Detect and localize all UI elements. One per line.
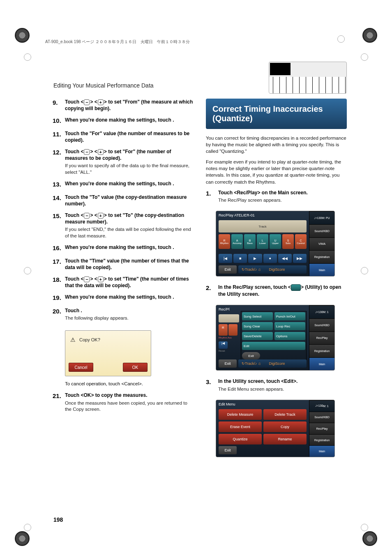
step-10: 10.When you're done making the settings,…	[53, 117, 194, 125]
utility-screenshot: Rec/Pl R Rhythm Acc |◀ Reset Song Select…	[216, 305, 335, 371]
dialog-caption: To cancel operation, touch <Cancel>.	[65, 381, 194, 386]
track-solo[interactable]: SSolo	[282, 234, 294, 249]
left-column: 9.Touch <−> <+> to set "From" (the measu…	[53, 99, 194, 530]
menu-song-select[interactable]: Song Select	[242, 312, 273, 320]
btn-delete-measure[interactable]: Delete Measure	[219, 409, 262, 420]
page-header-note: AT-900_e.book 198 ページ ２００８年９月１６日 火曜日 午前１…	[45, 39, 190, 45]
track-lower[interactable]: LLower	[257, 234, 268, 249]
step-15: 15.Touch <−> <+> to set "To" (the copy-d…	[53, 212, 194, 239]
tab-main[interactable]: Main	[309, 445, 334, 457]
tab-sound[interactable]: Sound/KBD	[309, 318, 334, 332]
util-exit-button[interactable]: Exit	[242, 352, 260, 359]
step-r3: 3. In the Utility screen, touch <Edit>. …	[206, 378, 347, 392]
exit-button[interactable]: Exit	[219, 446, 237, 454]
menu-options[interactable]: Options	[274, 332, 305, 340]
step-r1: 1. Touch <Rec/Play> on the Main screen. …	[206, 189, 347, 204]
step-18: 18.Touch <−> <+> to set "Time" (the numb…	[53, 276, 194, 289]
editmenu-screenshot: Edit Menu Delete Measure Delete Track Er…	[216, 400, 335, 457]
menu-punch[interactable]: Punch In/Out	[274, 312, 305, 320]
cancel-button[interactable]: Cancel	[69, 363, 93, 372]
step-19: 19.When you're done making the settings,…	[53, 294, 194, 302]
tab-registration[interactable]: Registration	[309, 434, 334, 446]
step-9: 9.Touch <−> <+> to set "From" (the measu…	[53, 99, 194, 112]
step-17: 17.Touch the "Time" value (the number of…	[53, 258, 194, 271]
menu-save-delete[interactable]: Save/Delete	[242, 332, 273, 340]
btn-rename[interactable]: Rename	[263, 434, 307, 444]
btn-copy[interactable]: Copy	[263, 421, 307, 432]
step-13: 13.When you're done making the settings,…	[53, 180, 194, 189]
step-21: 21. Touch <OK> to copy the measures. Onc…	[53, 392, 194, 412]
section-heading: Correct Timing Inaccuracies (Quantize)	[206, 99, 347, 129]
tab-sound[interactable]: Sound/KBD	[309, 412, 334, 423]
tab-registration[interactable]: Registration	[309, 344, 334, 357]
keyboard-illustration	[269, 62, 347, 94]
track-rhythm[interactable]: RRhythm	[219, 234, 230, 249]
tab-registration[interactable]: Registration	[309, 250, 334, 263]
tab-main[interactable]: Main	[309, 357, 334, 371]
transport-stop[interactable]: ■	[233, 254, 247, 263]
tab-sound[interactable]: Sound/KBD	[309, 224, 334, 237]
step-12: 12.Touch <−> <+> to set "For" (the numbe…	[53, 148, 194, 175]
step-11: 11.Touch the "For" value (the number of …	[53, 130, 194, 143]
menu-song-clear[interactable]: Song Clear	[242, 322, 273, 330]
dialog-message: Copy OK?	[79, 337, 100, 342]
transport-bwd[interactable]: ◀◀	[278, 254, 292, 263]
track-accomp[interactable]: AAccomp	[231, 234, 243, 249]
tab-vima[interactable]: VIMA	[309, 237, 334, 251]
transport-rec[interactable]: ●	[263, 254, 277, 263]
recplay-screenshot: Rec/Play ATELIER-01 Track RRhythmAAccomp…	[216, 211, 335, 276]
menu-edit[interactable]: Edit	[242, 342, 305, 350]
chapter-title: Editing Your Musical Performance Data	[53, 82, 154, 89]
track-upper[interactable]: UUpper	[270, 234, 281, 249]
track-control[interactable]: CControl	[295, 234, 307, 249]
transport-fwd[interactable]: ▶▶	[293, 254, 307, 263]
menu-loop-rec[interactable]: Loop Rec	[274, 322, 305, 330]
utility-icon	[291, 284, 301, 291]
transport-reset[interactable]: |◀	[219, 254, 232, 263]
tab-recplay[interactable]: Rec/Play	[309, 423, 334, 434]
step-20: 20.Touch .The following display appears.	[53, 307, 194, 322]
right-column: Correct Timing Inaccuracies (Quantize) Y…	[206, 99, 347, 530]
step-r2: 2. In the Rec/Play screen, touch <> (Uti…	[206, 284, 347, 297]
tab-recplay[interactable]: Rec/Play	[309, 332, 334, 345]
warning-icon: ⚠	[70, 336, 76, 343]
ok-button[interactable]: OK	[123, 363, 148, 372]
tab-main[interactable]: Main	[309, 263, 334, 276]
step-16: 16.When you're done making the settings,…	[53, 244, 194, 252]
btn-delete-track[interactable]: Delete Track	[263, 409, 307, 420]
btn-erase-event[interactable]: Erase Event	[219, 421, 262, 432]
transport-play[interactable]: ▶	[248, 254, 262, 263]
track-display: ↻ Track/♪ ♫ DigiScore	[238, 359, 307, 368]
exit-button[interactable]: Exit	[219, 359, 237, 368]
track-display: ↻ Track/♪ ♫ DigiScore	[238, 265, 307, 274]
btn-quantize[interactable]: Quantize	[219, 434, 262, 444]
paragraph: For example even if you intend to play a…	[206, 159, 347, 185]
paragraph: You can correct for timing discrepancies…	[206, 135, 347, 154]
copy-confirm-dialog: ⚠ Copy OK? Cancel OK	[65, 330, 151, 376]
track-bass[interactable]: BBass	[244, 234, 256, 249]
step-14: 14.Touch the "To" value (the copy-destin…	[53, 194, 194, 207]
exit-button[interactable]: Exit	[219, 265, 237, 274]
